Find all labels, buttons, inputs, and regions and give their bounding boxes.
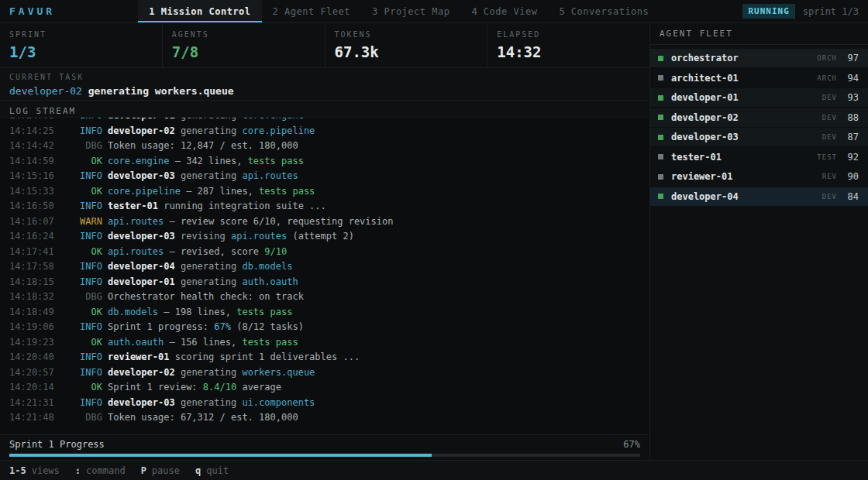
- agent-list: orchestratorORCH97architect-01ARCH94deve…: [650, 49, 868, 207]
- agent-row-reviewer-01[interactable]: reviewer-01REV90: [650, 167, 868, 186]
- status-dot-icon: [658, 135, 663, 140]
- agent-score: 88: [845, 112, 859, 123]
- log-timestamp: 14:16:07: [9, 214, 54, 230]
- log-line: 14:18:49OKdb.models — 198 lines, tests p…: [9, 305, 640, 321]
- log-message: reviewer-01 scoring sprint 1 deliverable…: [108, 350, 360, 365]
- log-message: developer-01 generating auth.oauth: [108, 275, 298, 290]
- agent-role: TEST: [817, 153, 837, 161]
- log-line: 14:16:24INFOdeveloper-03 revising api.ro…: [9, 229, 640, 245]
- agent-row-developer-04[interactable]: developer-04DEV84: [650, 187, 868, 206]
- log-level: INFO: [54, 259, 102, 275]
- agent-score: 84: [845, 191, 859, 202]
- log-level: DBG: [54, 410, 102, 426]
- log-timestamp: 14:21:31: [9, 396, 54, 411]
- agent-name: developer-02: [671, 112, 822, 123]
- hotkey-command: :command: [75, 465, 126, 476]
- agent-name: developer-01: [671, 92, 822, 103]
- agent-name: orchestrator: [671, 53, 817, 63]
- log-level: OK: [54, 380, 102, 396]
- hotkey-desc: views: [32, 465, 60, 476]
- tab-5-conversations[interactable]: 5 Conversations: [548, 0, 660, 22]
- app-root: FAVUR 1 Mission Control2 Agent Fleet3 Pr…: [0, 0, 868, 480]
- stats-row: SPRINT1/3AGENTS7/8TOKENS67.3kELAPSED14:3…: [0, 23, 649, 68]
- log-message: core.pipeline — 287 lines, tests pass: [108, 184, 315, 200]
- log-message: api.routes — revised, score 9/10: [108, 245, 287, 260]
- hotkey-key: q: [195, 465, 201, 476]
- agent-row-developer-02[interactable]: developer-02DEV88: [650, 108, 868, 127]
- stat-elapsed: ELAPSED14:32: [487, 23, 649, 67]
- log-message: developer-02 generating workers.queue: [108, 365, 315, 381]
- log-level: INFO: [54, 124, 102, 139]
- agent-role: DEV: [822, 94, 837, 101]
- progress-percent: 67%: [623, 439, 640, 450]
- log-line: 14:20:40INFOreviewer-01 scoring sprint 1…: [9, 350, 640, 365]
- log-timestamp: 14:17:58: [9, 259, 54, 275]
- status-dot-icon: [658, 75, 663, 81]
- log-message: developer-02 generating core.pipeline: [108, 124, 315, 139]
- log-line: 14:15:16INFOdeveloper-03 generating api.…: [9, 169, 640, 184]
- log-stream[interactable]: 14:14:08INFOdeveloper-01 generating core…: [0, 118, 649, 434]
- status-dot-icon: [658, 95, 663, 101]
- log-timestamp: 14:20:14: [9, 380, 54, 396]
- stat-value: 14:32: [497, 43, 640, 60]
- log-line: 14:14:08INFOdeveloper-01 generating core…: [9, 118, 640, 124]
- status-bar: 1-5views:commandPpauseqquit: [0, 460, 868, 480]
- current-task-line: developer-02 generating workers.queue: [9, 85, 640, 97]
- agent-score: 87: [845, 132, 859, 142]
- log-timestamp: 14:19:23: [9, 335, 54, 351]
- log-line: 14:17:58INFOdeveloper-04 generating db.m…: [9, 259, 640, 275]
- tab-3-project-map[interactable]: 3 Project Map: [361, 0, 460, 22]
- stat-sprint: SPRINT1/3: [0, 23, 163, 67]
- log-stream-title: LOG STREAM: [0, 101, 649, 118]
- top-bar: FAVUR 1 Mission Control2 Agent Fleet3 Pr…: [0, 0, 868, 23]
- stat-value: 1/3: [9, 43, 153, 60]
- hotkey-key: P: [141, 465, 146, 476]
- agent-name: developer-04: [671, 191, 822, 202]
- agent-row-architect-01[interactable]: architect-01ARCH94: [650, 69, 868, 87]
- tab-1-mission-control[interactable]: 1 Mission Control: [138, 0, 261, 22]
- log-message: developer-04 generating db.models: [108, 259, 292, 275]
- log-line: 14:14:25INFOdeveloper-02 generating core…: [9, 124, 640, 139]
- agent-row-developer-03[interactable]: developer-03DEV87: [650, 128, 868, 146]
- stat-label: TOKENS: [335, 30, 478, 39]
- app-logo: FAVUR: [9, 5, 55, 17]
- log-timestamp: 14:18:15: [9, 275, 54, 290]
- hotkey-key: :: [75, 465, 81, 476]
- stat-label: ELAPSED: [497, 30, 640, 39]
- log-level: INFO: [54, 229, 102, 245]
- agent-row-orchestrator[interactable]: orchestratorORCH97: [650, 49, 868, 67]
- hotkey-pause: Ppause: [141, 465, 180, 476]
- agent-role: DEV: [822, 133, 837, 141]
- agent-role: DEV: [822, 193, 837, 201]
- agent-name: developer-03: [671, 132, 822, 142]
- log-line: 14:14:59OKcore.engine — 342 lines, tests…: [9, 154, 640, 170]
- log-timestamp: 14:16:24: [9, 229, 54, 245]
- log-timestamp: 14:14:59: [9, 154, 54, 170]
- log-message: core.engine — 342 lines, tests pass: [108, 154, 304, 170]
- agent-row-developer-01[interactable]: developer-01DEV93: [650, 88, 868, 107]
- tab-bar: 1 Mission Control2 Agent Fleet3 Project …: [138, 0, 660, 22]
- hotkey-quit: qquit: [195, 465, 229, 476]
- agent-fleet-title: AGENT FLEET: [650, 23, 868, 45]
- log-timestamp: 14:20:57: [9, 365, 54, 381]
- log-message: api.routes — review score 6/10, requesti…: [108, 214, 393, 230]
- log-line: 14:20:14OKSprint 1 review: 8.4/10 averag…: [9, 380, 640, 396]
- log-level: OK: [54, 335, 102, 351]
- sprint-progress-panel: Sprint 1 Progress 67%: [0, 435, 649, 460]
- hotkey-desc: command: [86, 465, 126, 476]
- log-level: INFO: [54, 350, 102, 365]
- hotkey-key: 1-5: [9, 465, 26, 476]
- stat-label: AGENTS: [172, 30, 315, 39]
- status-dot-icon: [658, 194, 663, 199]
- stat-value: 7/8: [172, 43, 315, 60]
- tab-4-code-view[interactable]: 4 Code View: [460, 0, 548, 22]
- log-line: 14:19:06INFOSprint 1 progress: 67% (8/12…: [9, 320, 640, 335]
- log-timestamp: 14:21:48: [9, 410, 54, 426]
- log-message: Token usage: 67,312 / est. 180,000: [108, 410, 298, 426]
- agent-row-tester-01[interactable]: tester-01TEST92: [650, 148, 868, 166]
- status-dot-icon: [658, 115, 663, 120]
- tab-2-agent-fleet[interactable]: 2 Agent Fleet: [262, 0, 361, 22]
- log-line: 14:18:15INFOdeveloper-01 generating auth…: [9, 275, 640, 290]
- log-level: OK: [54, 184, 102, 200]
- log-timestamp: 14:19:06: [9, 320, 54, 335]
